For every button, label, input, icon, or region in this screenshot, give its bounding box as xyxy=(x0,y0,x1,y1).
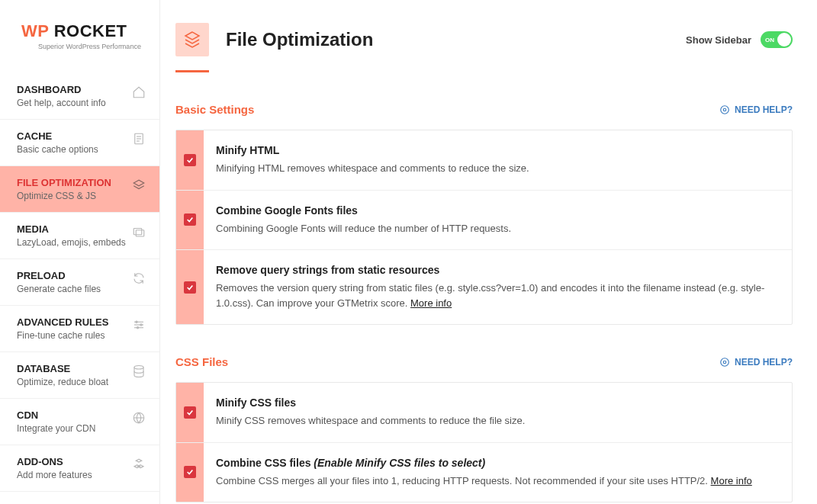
nav-title: DASHBOARD xyxy=(17,84,126,95)
globe-icon xyxy=(132,411,146,425)
svg-point-14 xyxy=(721,105,729,114)
doc-icon xyxy=(132,132,146,146)
page-header: File Optimization Show Sidebar ON xyxy=(175,0,793,70)
help-icon xyxy=(719,104,730,115)
more-info-link[interactable]: More info xyxy=(711,475,752,486)
nav-title: DATABASE xyxy=(17,363,126,374)
setting-title: Combine Google Fonts files xyxy=(216,204,777,217)
page-title: File Optimization xyxy=(226,29,373,50)
need-help-label: NEED HELP? xyxy=(735,104,793,115)
layers-icon xyxy=(132,178,146,192)
refresh-icon xyxy=(132,271,146,285)
setting-desc: Minifying HTML removes whitespace and co… xyxy=(216,161,777,176)
checkbox[interactable] xyxy=(184,281,196,294)
need-help-link[interactable]: NEED HELP? xyxy=(719,357,793,368)
toggle-on-text: ON xyxy=(765,37,774,43)
checkbox[interactable] xyxy=(184,213,196,226)
sidebar-item-dashboard[interactable]: DASHBOARDGet help, account info xyxy=(0,73,159,120)
need-help-label: NEED HELP? xyxy=(735,357,793,368)
nav-subtitle: Get help, account info xyxy=(17,98,126,108)
sidebar-item-cache[interactable]: CACHEBasic cache options xyxy=(0,120,159,166)
show-sidebar-label: Show Sidebar xyxy=(686,34,751,46)
checkbox-col xyxy=(176,383,204,442)
checkbox-col xyxy=(176,250,204,324)
setting-row: Remove query strings from static resourc… xyxy=(176,250,792,324)
file-optimization-icon xyxy=(175,23,209,56)
nav-subtitle: Optimize, reduce bloat xyxy=(17,377,126,387)
panel-basic-settings: Minify HTMLMinifying HTML removes whites… xyxy=(175,130,793,325)
checkbox-col xyxy=(176,130,204,190)
nav-subtitle: Add more features xyxy=(17,470,126,480)
section-title-basic: Basic Settings xyxy=(175,103,254,116)
setting-row: Combine Google Fonts filesCombining Goog… xyxy=(176,191,792,251)
home-icon xyxy=(132,85,146,99)
checkbox-col xyxy=(176,191,204,250)
nav-title: CDN xyxy=(17,409,126,421)
setting-desc: Combining Google Fonts will reduce the n… xyxy=(216,221,777,236)
more-info-link[interactable]: More info xyxy=(410,297,452,309)
cubes-icon xyxy=(132,457,146,471)
setting-row: Combine CSS files (Enable Minify CSS fil… xyxy=(176,443,792,502)
sidebar: WP ROCKET Superior WordPress Performance… xyxy=(0,0,160,504)
svg-point-15 xyxy=(723,108,726,111)
checkbox[interactable] xyxy=(184,466,196,478)
section-header-basic: Basic Settings NEED HELP? xyxy=(175,103,793,116)
main: File Optimization Show Sidebar ON Basic … xyxy=(160,0,817,504)
setting-desc: Minify CSS removes whitespace and commen… xyxy=(216,413,777,429)
nav: DASHBOARDGet help, account infoCACHEBasi… xyxy=(0,73,159,492)
logo-rocket: ROCKET xyxy=(49,21,127,40)
setting-desc: Removes the version query string from st… xyxy=(216,281,777,310)
sidebar-item-database[interactable]: DATABASEOptimize, reduce bloat xyxy=(0,352,159,399)
show-sidebar-toggle[interactable]: ON xyxy=(761,31,793,48)
toggle-knob xyxy=(777,33,791,47)
sidebar-item-file-optimization[interactable]: FILE OPTIMIZATIONOptimize CSS & JS xyxy=(0,166,159,213)
nav-title: ADD-ONS xyxy=(17,456,126,467)
svg-rect-5 xyxy=(136,230,144,236)
sidebar-item-media[interactable]: MEDIALazyLoad, emojis, embeds xyxy=(0,213,159,259)
help-icon xyxy=(719,357,730,368)
setting-title: Combine CSS files (Enable Minify CSS fil… xyxy=(216,457,777,469)
checkbox[interactable] xyxy=(184,406,196,419)
panel-css-files: Minify CSS filesMinify CSS removes white… xyxy=(175,382,793,502)
tab-indicator xyxy=(175,70,209,72)
setting-row: Minify HTMLMinifying HTML removes whites… xyxy=(176,130,792,191)
logo-tagline: Superior WordPress Performance xyxy=(38,43,144,50)
sidebar-item-advanced-rules[interactable]: ADVANCED RULESFine-tune cache rules xyxy=(0,306,159,352)
svg-point-17 xyxy=(723,361,726,364)
logo: WP ROCKET Superior WordPress Performance xyxy=(0,0,159,66)
nav-title: CACHE xyxy=(17,130,126,142)
svg-point-16 xyxy=(721,358,729,366)
nav-subtitle: Basic cache options xyxy=(17,144,126,155)
nav-subtitle: Generate cache files xyxy=(17,284,126,294)
nav-subtitle: LazyLoad, emojis, embeds xyxy=(17,237,126,248)
nav-subtitle: Fine-tune cache rules xyxy=(17,330,126,341)
need-help-link[interactable]: NEED HELP? xyxy=(719,104,793,115)
db-icon xyxy=(132,364,146,378)
setting-title: Minify CSS files xyxy=(216,396,777,409)
setting-title: Minify HTML xyxy=(216,144,777,156)
nav-subtitle: Integrate your CDN xyxy=(17,423,126,434)
setting-row: Minify CSS filesMinify CSS removes white… xyxy=(176,383,792,443)
section-header-css: CSS Files NEED HELP? xyxy=(175,355,793,368)
nav-title: MEDIA xyxy=(17,223,126,235)
sidebar-item-cdn[interactable]: CDNIntegrate your CDN xyxy=(0,399,159,445)
checkbox-col xyxy=(176,443,204,502)
nav-title: FILE OPTIMIZATION xyxy=(17,177,126,188)
checkbox[interactable] xyxy=(184,154,196,166)
svg-point-12 xyxy=(134,366,143,370)
svg-rect-4 xyxy=(133,229,142,235)
sidebar-item-preload[interactable]: PRELOADGenerate cache files xyxy=(0,259,159,306)
setting-title: Remove query strings from static resourc… xyxy=(216,264,777,276)
section-title-css: CSS Files xyxy=(175,355,228,368)
sliders-icon xyxy=(132,318,146,332)
logo-wp: WP xyxy=(21,21,49,40)
sidebar-item-add-ons[interactable]: ADD-ONSAdd more features xyxy=(0,445,159,492)
nav-title: PRELOAD xyxy=(17,270,126,281)
nav-title: ADVANCED RULES xyxy=(17,316,126,328)
setting-desc: Combine CSS merges all your files into 1… xyxy=(216,474,777,489)
nav-subtitle: Optimize CSS & JS xyxy=(17,191,126,201)
images-icon xyxy=(132,225,146,239)
